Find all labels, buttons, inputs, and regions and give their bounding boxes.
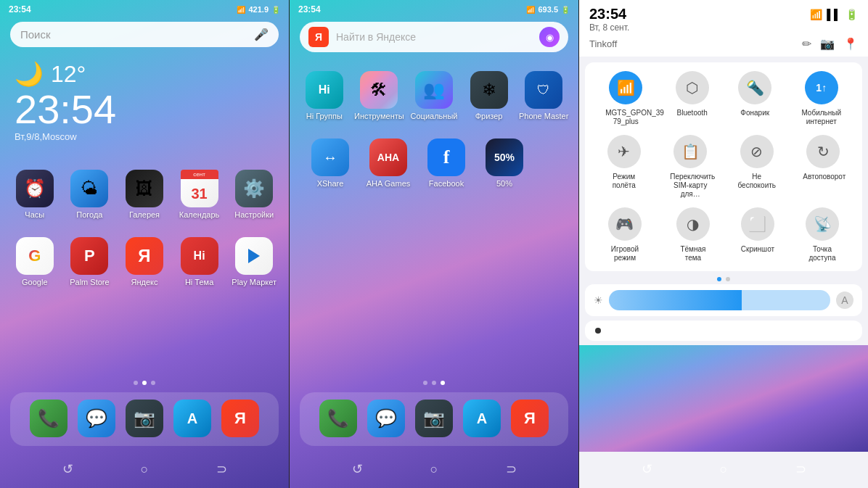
toggle-flashlight[interactable]: 🔦 Фонарик xyxy=(738,71,771,126)
status-time-2: 23:54 xyxy=(298,4,321,15)
location-icon[interactable]: 📍 xyxy=(843,37,858,51)
app-facebook[interactable]: f Facebook xyxy=(420,138,472,189)
mic-icon-1[interactable]: 🎤 xyxy=(254,28,269,41)
toggle-rotate[interactable]: ↻ Автоповорот xyxy=(803,135,843,199)
app-weather[interactable]: 🌤 Погода xyxy=(63,170,115,220)
toggle-hotspot[interactable]: 📡 Точка доступа xyxy=(802,207,843,262)
toggle-sim-label: Переключить SIM-карту для… xyxy=(670,173,711,199)
app-label-clock: Часы xyxy=(25,210,44,220)
toggle-bluetooth[interactable]: ⬡ Bluetooth xyxy=(676,71,709,126)
app-label-palmstore: Palm Store xyxy=(70,278,109,287)
app-phonemaster[interactable]: 🛡 Phone Master xyxy=(517,71,570,121)
brightness-slider[interactable] xyxy=(609,290,830,310)
app-hitema[interactable]: Hi Hi Тема xyxy=(173,237,226,287)
volume-dot xyxy=(595,328,601,334)
toggle-airplane[interactable]: ✈ Режим полёта xyxy=(604,135,644,199)
dock-yandex-2[interactable]: Я xyxy=(511,400,549,437)
app-label-phonemaster: Phone Master xyxy=(519,112,568,121)
nav-back-1[interactable]: ↺ xyxy=(56,458,79,481)
status-bar-2: 23:54 📶 693.5 🔋 xyxy=(290,0,578,17)
app-icon-50: 50% xyxy=(486,138,523,176)
nav-home-3[interactable]: ○ xyxy=(712,458,735,481)
wifi-icon-2: 📶 xyxy=(526,6,535,14)
dot-2-3 xyxy=(441,381,445,385)
app-icon-facebook: f xyxy=(427,138,465,176)
status-icons-1: 📶 421.9 🔋 xyxy=(237,5,280,14)
nav-back-3[interactable]: ↺ xyxy=(635,458,658,481)
nav-home-1[interactable]: ○ xyxy=(133,458,156,481)
toggle-ss-circle: ⬜ xyxy=(741,207,774,241)
toggles-row-2: ✈ Режим полёта 📋 Переключить SIM-карту д… xyxy=(591,135,856,199)
dock-camera-2[interactable]: 📷 xyxy=(415,400,453,437)
dock-yandex-1[interactable]: Я xyxy=(221,400,259,437)
dock-messages-1[interactable]: 💬 xyxy=(78,400,115,437)
camera-icon-notif[interactable]: 📷 xyxy=(820,37,835,51)
app-yandex[interactable]: Я Яндекс xyxy=(118,237,171,287)
app-50[interactable]: 50% 50% xyxy=(478,138,531,189)
app-hi-groups[interactable]: Hi Hi Группы xyxy=(298,71,351,121)
toggle-wifi[interactable]: 📶 MGTS_GPON_3979_plus xyxy=(605,71,646,126)
app-palmstore[interactable]: P Palm Store xyxy=(63,237,115,287)
nav-recents-2[interactable]: ⊃ xyxy=(499,458,523,481)
notif-date: Вт, 8 сент. xyxy=(589,22,629,33)
toggle-wifi-label: MGTS_GPON_3979_plus xyxy=(605,109,646,126)
app-frazer[interactable]: ❄ Фризер xyxy=(463,71,515,121)
alice-icon[interactable]: ◉ xyxy=(539,27,560,47)
app-label-tools: Инструменты xyxy=(354,112,404,121)
toggle-game[interactable]: 🎮 Игровой режим xyxy=(605,207,645,262)
notif-battery-icon: 🔋 xyxy=(846,9,858,20)
dock-messages-2[interactable]: 💬 xyxy=(367,400,405,437)
app-grid-s2-1: Hi Hi Группы 🛠 Инструменты 👥 Социальный … xyxy=(290,71,578,131)
battery-icon: 🔋 xyxy=(271,6,280,14)
dock-browser-1[interactable]: A xyxy=(173,400,211,437)
toggle-dnd[interactable]: ⊘ Не беспокоить xyxy=(737,135,777,199)
toggle-ss-label: Скриншот xyxy=(741,245,774,254)
weather-icon: 🌙 xyxy=(15,60,44,88)
app-ahagames[interactable]: AHA AHA Games xyxy=(362,138,414,189)
app-calendar[interactable]: сент 31 Календарь xyxy=(173,170,226,220)
notif-header-actions: ✏ 📷 📍 xyxy=(802,37,858,51)
toggle-dark[interactable]: ◑ Тёмная тема xyxy=(673,207,713,262)
app-label-weather: Погода xyxy=(76,210,102,220)
app-clock[interactable]: ⏰ Часы xyxy=(9,170,61,220)
nav-back-2[interactable]: ↺ xyxy=(345,458,369,481)
dock-phone-1[interactable]: 📞 xyxy=(30,400,67,437)
toggle-sim-circle: 📋 xyxy=(673,135,707,168)
toggle-screenshot[interactable]: ⬜ Скриншот xyxy=(741,207,774,262)
nav-recents-3[interactable]: ⊃ xyxy=(789,458,812,481)
app-icon-yandex: Я xyxy=(126,237,163,275)
app-icon-play xyxy=(235,237,273,275)
dock-phone-2[interactable]: 📞 xyxy=(319,400,357,437)
app-icon-hi: Hi xyxy=(306,71,343,109)
toggle-rotate-label: Автоповорот xyxy=(803,173,843,181)
wifi-icon: 📶 xyxy=(237,6,245,14)
app-social[interactable]: 👥 Социальный xyxy=(408,71,460,121)
toggle-sim[interactable]: 📋 Переключить SIM-карту для… xyxy=(670,135,711,199)
app-label-gallery: Галерея xyxy=(129,210,160,220)
toggle-hotspot-circle: 📡 xyxy=(806,207,839,241)
app-play[interactable]: Play Маркет xyxy=(228,237,280,287)
search-bar-1[interactable]: Поиск 🎤 xyxy=(10,22,279,47)
app-grid-s2-2: ↔ XShare AHA AHA Games f Facebook 50% 50… xyxy=(290,138,578,199)
app-settings[interactable]: ⚙️ Настройки xyxy=(228,170,280,220)
app-google[interactable]: G Google xyxy=(9,237,61,287)
nav-home-2[interactable]: ○ xyxy=(422,458,446,481)
edit-icon[interactable]: ✏ xyxy=(802,37,811,51)
toggle-airplane-label: Режим полёта xyxy=(604,173,644,190)
toggles-row-3: 🎮 Игровой режим ◑ Тёмная тема ⬜ Скриншот… xyxy=(591,207,856,262)
nav-recents-1[interactable]: ⊃ xyxy=(210,458,233,481)
app-gallery[interactable]: 🖼 Галерея xyxy=(118,170,171,220)
app-icon-palmstore: P xyxy=(70,237,108,275)
toggle-flash-label: Фонарик xyxy=(740,109,769,117)
notif-status-section: 23:54 Вт, 8 сент. 📶 ▌▌ 🔋 Tinkoff ✏ 📷 📍 xyxy=(579,0,868,57)
toggle-dark-circle: ◑ xyxy=(676,207,710,241)
notif-wifi-icon: 📶 xyxy=(810,9,822,20)
dock-browser-2[interactable]: A xyxy=(463,400,501,437)
toggle-mobile-data[interactable]: 1↑ Мобильный интернет xyxy=(801,71,842,126)
brightness-auto-icon[interactable]: A xyxy=(836,291,853,309)
app-tools[interactable]: 🛠 Инструменты xyxy=(353,71,405,121)
yandex-search-bar[interactable]: Я Найти в Яндексе ◉ xyxy=(300,22,568,52)
dock-camera-1[interactable]: 📷 xyxy=(126,400,163,437)
dot-2-2 xyxy=(432,381,436,385)
app-xshare[interactable]: ↔ XShare xyxy=(304,138,356,189)
